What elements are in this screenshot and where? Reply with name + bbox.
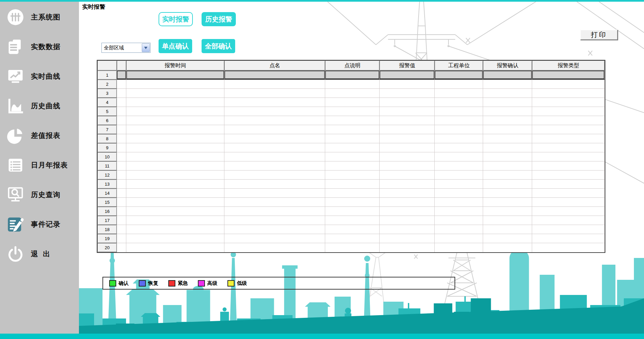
table-cell[interactable] [532,207,605,216]
table-cell[interactable] [532,216,605,225]
table-cell[interactable] [380,180,435,189]
table-cell[interactable] [483,180,532,189]
table-cell[interactable] [435,134,483,143]
table-cell[interactable] [532,98,605,107]
table-cell[interactable] [126,216,224,225]
table-cell[interactable] [224,98,325,107]
row-number-cell[interactable]: 12 [97,171,117,180]
table-cell[interactable] [325,98,380,107]
table-cell[interactable] [117,116,126,125]
table-cell[interactable] [435,161,483,171]
table-cell[interactable] [117,207,126,216]
table-cell[interactable] [325,125,380,134]
table-cell[interactable] [126,134,224,143]
sidebar-item-event-record[interactable]: 事件记录 [0,210,79,239]
table-cell[interactable] [380,171,435,180]
table-cell[interactable] [532,80,605,89]
table-cell[interactable] [483,171,532,180]
table-cell[interactable] [380,216,435,225]
table-cell[interactable] [325,107,380,116]
table-cell[interactable] [126,225,224,234]
table-cell[interactable] [224,216,325,225]
table-cell[interactable] [380,134,435,143]
row-number-cell[interactable]: 7 [97,125,117,134]
table-cell[interactable] [532,143,605,152]
table-cell[interactable] [325,71,380,80]
table-cell[interactable] [483,243,532,252]
table-cell[interactable] [380,71,435,80]
table-cell[interactable] [435,152,483,161]
table-cell[interactable] [435,216,483,225]
table-cell[interactable] [117,80,126,89]
table-cell[interactable] [435,80,483,89]
table-cell[interactable] [325,143,380,152]
table-cell[interactable] [325,134,380,143]
table-cell[interactable] [483,107,532,116]
row-number-cell[interactable]: 19 [97,234,117,243]
table-cell[interactable] [126,143,224,152]
table-cell[interactable] [126,98,224,107]
table-cell[interactable] [435,225,483,234]
row-number-cell[interactable]: 1 [97,71,117,80]
table-cell[interactable] [532,198,605,207]
table-cell[interactable] [325,189,380,198]
table-cell[interactable] [117,98,126,107]
table-cell[interactable] [325,216,380,225]
table-cell[interactable] [224,107,325,116]
table-cell[interactable] [117,243,126,252]
table-cell[interactable] [325,161,380,171]
table-cell[interactable] [224,180,325,189]
table-cell[interactable] [126,125,224,134]
row-number-cell[interactable]: 3 [97,89,117,98]
tab-realtime-alarm[interactable]: 实时报警 [159,12,193,26]
table-cell[interactable] [483,234,532,243]
table-cell[interactable] [435,71,483,80]
table-cell[interactable] [483,189,532,198]
table-cell[interactable] [126,207,224,216]
table-cell[interactable] [325,243,380,252]
row-number-cell[interactable]: 20 [97,243,117,252]
table-cell[interactable] [117,161,126,171]
row-number-cell[interactable]: 17 [97,216,117,225]
table-cell[interactable] [224,243,325,252]
table-cell[interactable] [435,107,483,116]
row-number-cell[interactable]: 14 [97,189,117,198]
table-cell[interactable] [325,198,380,207]
table-cell[interactable] [532,234,605,243]
table-cell[interactable] [117,225,126,234]
confirm-all-button[interactable]: 全部确认 [202,39,235,53]
table-cell[interactable] [224,143,325,152]
table-cell[interactable] [126,116,224,125]
sidebar-item-difference-report[interactable]: 差值报表 [0,121,79,150]
table-cell[interactable] [117,189,126,198]
table-cell[interactable] [224,125,325,134]
table-cell[interactable] [117,216,126,225]
table-cell[interactable] [117,152,126,161]
table-cell[interactable] [325,234,380,243]
table-cell[interactable] [435,171,483,180]
table-cell[interactable] [532,89,605,98]
table-cell[interactable] [532,152,605,161]
table-cell[interactable] [224,80,325,89]
table-cell[interactable] [126,152,224,161]
table-cell[interactable] [325,207,380,216]
table-cell[interactable] [380,80,435,89]
table-cell[interactable] [483,89,532,98]
row-number-cell[interactable]: 13 [97,180,117,189]
table-cell[interactable] [325,180,380,189]
table-cell[interactable] [325,225,380,234]
table-cell[interactable] [126,189,224,198]
table-cell[interactable] [126,171,224,180]
table-cell[interactable] [380,207,435,216]
table-cell[interactable] [435,207,483,216]
table-cell[interactable] [325,171,380,180]
table-cell[interactable] [532,134,605,143]
area-select[interactable]: 全部区域 [101,43,151,53]
row-number-cell[interactable]: 16 [97,207,117,216]
row-number-cell[interactable]: 11 [97,161,117,171]
table-cell[interactable] [483,198,532,207]
table-cell[interactable] [117,71,126,80]
table-cell[interactable] [435,143,483,152]
table-cell[interactable] [380,89,435,98]
row-number-cell[interactable]: 5 [97,107,117,116]
